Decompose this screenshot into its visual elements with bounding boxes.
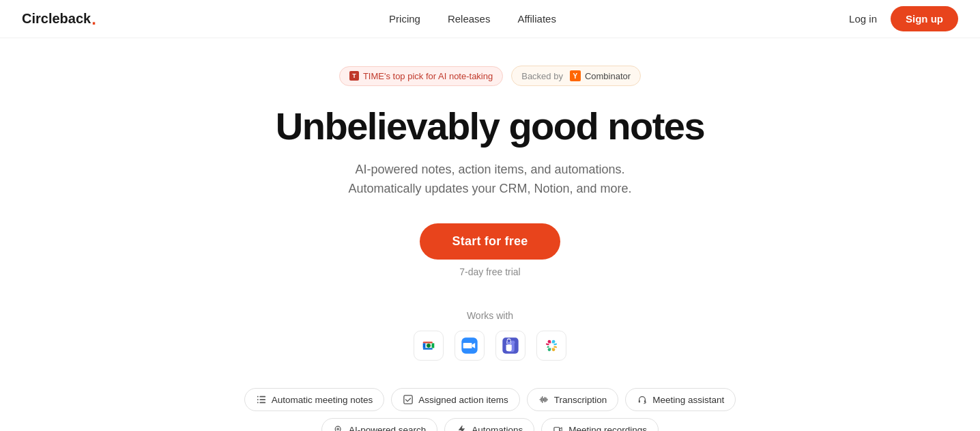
google-meet-icon <box>414 331 444 361</box>
waveform-icon <box>538 394 549 405</box>
feature-tag-automations-label: Automations <box>472 425 523 431</box>
works-with-label: Works with <box>467 310 513 321</box>
svg-rect-13 <box>404 395 412 404</box>
nav-item-releases[interactable]: Releases <box>448 13 491 25</box>
zoom-icon <box>455 331 485 361</box>
login-button[interactable]: Log in <box>849 13 877 25</box>
header: Circleback. Pricing Releases Affiliates … <box>0 0 980 38</box>
feature-tag-recordings[interactable]: Meeting recordings <box>541 418 659 431</box>
hero-subtitle-line1: AI-powered notes, action items, and auto… <box>355 163 624 176</box>
badge-time: T TIME's top pick for AI note-taking <box>339 66 503 86</box>
badge-yc-text: Combinator <box>585 71 631 81</box>
time-icon: T <box>349 71 359 81</box>
feature-tag-recordings-label: Meeting recordings <box>568 425 647 431</box>
video-icon <box>553 424 564 431</box>
feature-tag-assistant-label: Meeting assistant <box>652 395 724 405</box>
main-nav: Pricing Releases Affiliates <box>389 13 556 25</box>
teams-icon <box>495 331 525 361</box>
svg-rect-9 <box>257 399 259 400</box>
list-icon <box>256 394 267 405</box>
feature-tag-ai-search-label: AI-powered search <box>349 425 426 431</box>
works-with-section: Works with <box>414 310 566 361</box>
feature-tags: Automatic meeting notes Assigned action … <box>183 388 797 431</box>
svg-rect-11 <box>257 402 259 404</box>
feature-tag-ai-search[interactable]: AI-powered search <box>321 418 437 431</box>
start-free-button[interactable]: Start for free <box>420 223 561 260</box>
main-content: T TIME's top pick for AI note-taking Bac… <box>0 38 980 431</box>
badge-yc-prefix: Backed by <box>521 71 563 81</box>
logo-dot: . <box>91 10 96 29</box>
svg-rect-12 <box>259 402 265 404</box>
slack-icon <box>536 331 566 361</box>
badge-yc: Backed by Y Combinator <box>511 66 641 86</box>
badges: T TIME's top pick for AI note-taking Bac… <box>339 66 641 86</box>
header-actions: Log in Sign up <box>849 6 958 31</box>
headset-icon <box>637 394 648 405</box>
svg-point-4 <box>511 341 515 345</box>
svg-rect-7 <box>257 396 259 398</box>
badge-time-text: TIME's top pick for AI note-taking <box>363 71 493 81</box>
lightning-icon <box>456 424 467 431</box>
logo[interactable]: Circleback. <box>22 10 96 29</box>
svg-rect-10 <box>259 399 265 400</box>
svg-rect-14 <box>639 400 640 403</box>
trial-text: 7-day free trial <box>459 266 520 277</box>
nav-item-pricing[interactable]: Pricing <box>389 13 420 25</box>
hero-subtitle: AI-powered notes, action items, and auto… <box>348 160 631 199</box>
svg-rect-8 <box>259 396 265 398</box>
feature-tag-assistant[interactable]: Meeting assistant <box>625 388 736 411</box>
search-icon <box>333 424 344 431</box>
svg-rect-17 <box>554 428 560 431</box>
hero-subtitle-line2: Automatically updates your CRM, Notion, … <box>348 182 631 195</box>
signup-button[interactable]: Sign up <box>891 6 958 31</box>
feature-tag-auto-notes[interactable]: Automatic meeting notes <box>244 388 385 411</box>
feature-tag-action-items[interactable]: Assigned action items <box>391 388 519 411</box>
yc-icon: Y <box>570 70 581 81</box>
hero-title: Unbelievably good notes <box>276 105 704 148</box>
feature-tag-transcription[interactable]: Transcription <box>527 388 619 411</box>
feature-tag-action-items-label: Assigned action items <box>418 395 508 405</box>
feature-tag-transcription-label: Transcription <box>554 395 607 405</box>
feature-tag-automations[interactable]: Automations <box>444 418 534 431</box>
cta-section: Start for free 7-day free trial <box>420 223 561 277</box>
checkbox-icon <box>403 394 414 405</box>
feature-tag-auto-notes-label: Automatic meeting notes <box>272 395 373 405</box>
integrations <box>414 331 566 361</box>
nav-item-affiliates[interactable]: Affiliates <box>517 13 556 25</box>
logo-text: Circleback <box>22 11 91 27</box>
